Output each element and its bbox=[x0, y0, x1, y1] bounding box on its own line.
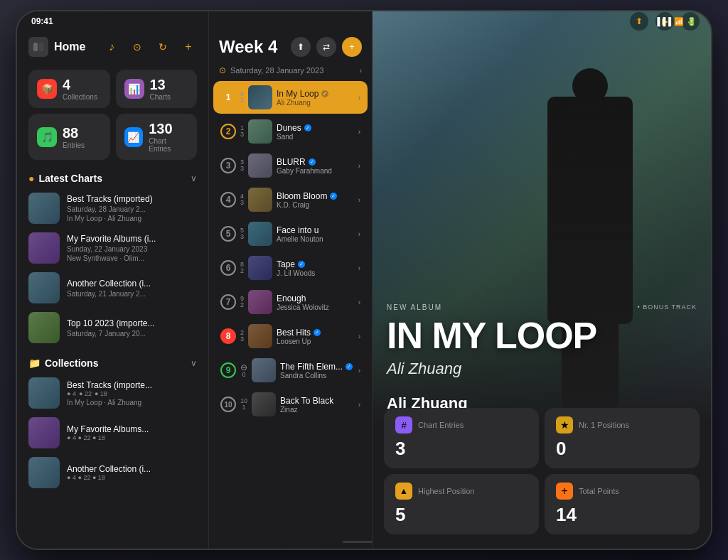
item-sub-text: New Synthwave · Olim... bbox=[67, 254, 144, 262]
collection-info: Another Collection (i... ● 4 ● 22 ● 18 bbox=[67, 464, 197, 481]
charts-count: 13 bbox=[150, 77, 171, 93]
collection-item[interactable]: Best Tracks (importe... ● 4 ● 22 ● 18 In… bbox=[17, 373, 208, 413]
refresh-button[interactable]: ↻ bbox=[154, 38, 171, 55]
chart-entry-3[interactable]: 3 33 BLURR ✓ Gaby Farahmand › bbox=[213, 149, 368, 182]
middle-panel: Week 4 ⬆ ⇄ + ⊙ Saturday, 28 January 2023… bbox=[209, 11, 373, 549]
collections-stat[interactable]: 📦 4 Collections bbox=[28, 70, 110, 108]
left-panel: Home ♪ ⊙ ↻ + 📦 4 Collections bbox=[17, 11, 209, 549]
chart-entries-icon: 📈 bbox=[124, 127, 144, 147]
item-info: Best Tracks (imported) Saturday, 28 Janu… bbox=[67, 194, 197, 222]
list-item[interactable]: My Favorite Albums (i... Sunday, 22 Janu… bbox=[17, 228, 208, 268]
item-sub: In My Loop · Ali Zhuang bbox=[67, 215, 197, 222]
total-points-card[interactable]: + Total Points 14 bbox=[545, 474, 700, 534]
chart-entry-artist-3: Gaby Farahmand bbox=[277, 167, 354, 175]
add-chart-button[interactable]: + bbox=[342, 37, 362, 57]
item-thumb bbox=[28, 272, 60, 303]
chart-entry-title-9: The Fifth Elem... ✓ bbox=[280, 362, 354, 372]
status-bar: 09:41 ▐▐▐ 📶 🔋 bbox=[17, 11, 711, 31]
ipad-frame: 09:41 ▐▐▐ 📶 🔋 Home ♪ ⊙ bbox=[16, 10, 712, 550]
list-item[interactable]: Best Tracks (imported) Saturday, 28 Janu… bbox=[17, 188, 208, 228]
chart-entry-4[interactable]: 4 43 Bloom Bloom ✓ K.D. Craig › bbox=[213, 183, 368, 216]
chart-entry-7[interactable]: 7 92 Enough Jessica Wolovitz › bbox=[213, 286, 368, 318]
nr1-positions-card[interactable]: ★ Nr. 1 Positions 0 bbox=[545, 408, 700, 468]
entries-icon: 🎵 bbox=[37, 127, 57, 147]
verified-icon-3: ✓ bbox=[309, 158, 316, 166]
collections-chevron[interactable]: ∨ bbox=[191, 358, 197, 368]
chart-entry-info-8: Best Hits ✓ Loosen Up bbox=[277, 328, 354, 345]
collection-thumb bbox=[28, 377, 60, 409]
latest-charts-chevron[interactable]: ∨ bbox=[191, 173, 197, 183]
svg-rect-1 bbox=[39, 43, 43, 51]
entries-info: 88 Entries bbox=[63, 125, 85, 149]
collection-title: My Favorite Albums... bbox=[67, 424, 197, 434]
list-item[interactable]: Top 10 2023 (importe... Saturday, 7 Janu… bbox=[17, 308, 208, 348]
latest-charts-header: ● Latest Charts ∨ bbox=[17, 167, 208, 188]
prev-rank-7: 92 bbox=[240, 296, 244, 308]
rank-badge-2: 2 bbox=[220, 124, 236, 139]
chart-thumb-3 bbox=[248, 154, 272, 178]
nr1-stat-label: Nr. 1 Positions bbox=[579, 421, 629, 429]
rank-badge-9: 9 bbox=[220, 362, 236, 378]
charts-stat[interactable]: 📊 13 Charts bbox=[116, 70, 198, 108]
verified-icon-8: ✓ bbox=[314, 329, 321, 336]
collection-info: Best Tracks (importe... ● 4 ● 22 ● 18 In… bbox=[67, 380, 197, 406]
share-chart-button[interactable]: ⬆ bbox=[291, 37, 311, 57]
chart-entry-1[interactable]: 1 63 In My Loop ✓ Ali Zhuang › bbox=[213, 81, 368, 114]
chart-entry-title-3: BLURR ✓ bbox=[277, 157, 354, 167]
rank-badge-5: 5 bbox=[220, 226, 236, 242]
charts-icon: 📊 bbox=[124, 79, 144, 99]
chart-entry-title-10: Back To Black bbox=[280, 396, 354, 406]
collections-info: 4 Collections bbox=[63, 77, 97, 101]
item-sub-text: In My Loop · Ali Zhuang bbox=[67, 215, 141, 222]
item-date: Sunday, 22 January 2023 bbox=[67, 245, 147, 253]
item-info: Top 10 2023 (importe... Saturday, 7 Janu… bbox=[67, 318, 197, 338]
collection-item[interactable]: Another Collection (i... ● 4 ● 22 ● 18 bbox=[17, 453, 208, 492]
chart-entry-6[interactable]: 6 82 Tape ✓ J. Lil Woods › bbox=[213, 252, 368, 284]
collection-meta: ● 4 ● 22 ● 18 bbox=[67, 434, 197, 441]
chart-thumb-9 bbox=[252, 358, 276, 382]
chart-entry-info-6: Tape ✓ J. Lil Woods bbox=[277, 259, 354, 277]
add-button[interactable]: + bbox=[180, 38, 197, 55]
chart-entry-2[interactable]: 2 13 Dunes ✓ Sand › bbox=[213, 115, 368, 148]
chart-entry-artist-7: Jessica Wolovitz bbox=[277, 303, 354, 311]
chart-entry-8[interactable]: 8 23 Best Hits ✓ Loosen Up › bbox=[213, 320, 368, 352]
chart-entry-title-4: Bloom Bloom ✓ bbox=[277, 191, 354, 201]
app-header: Home ♪ ⊙ ↻ + bbox=[17, 31, 208, 63]
svg-rect-0 bbox=[33, 43, 38, 51]
prev-rank-8: 23 bbox=[240, 330, 244, 343]
chart-entry-info-10: Back To Black Zinaz bbox=[280, 396, 354, 414]
collection-item[interactable]: My Favorite Albums... ● 4 ● 22 ● 18 bbox=[17, 413, 208, 453]
list-item[interactable]: Another Collection (i... Saturday, 21 Ja… bbox=[17, 268, 208, 308]
charts-info: 13 Charts bbox=[150, 77, 171, 101]
highest-position-card[interactable]: ▲ Highest Position 5 bbox=[384, 474, 539, 534]
rank-badge-7: 7 bbox=[220, 294, 236, 310]
chart-entry-5[interactable]: 5 53 Face into u Amelie Nouton › bbox=[213, 217, 368, 250]
chart-thumb-7 bbox=[248, 290, 272, 314]
chart-entry-9[interactable]: 9 ⊖0 The Fifth Elem... ✓ Sandra Collins … bbox=[213, 354, 368, 387]
verified-icon-2: ✓ bbox=[304, 124, 311, 131]
collections-title: 📁 Collections bbox=[28, 357, 98, 369]
shazam-button[interactable]: ♪ bbox=[103, 38, 120, 55]
chart-entry-chevron-2: › bbox=[358, 128, 360, 136]
chart-entry-10[interactable]: 10 101 Back To Black Zinaz › bbox=[213, 388, 368, 421]
prev-rank-4: 43 bbox=[240, 193, 244, 206]
swap-chart-button[interactable]: ⇄ bbox=[316, 37, 336, 57]
sidebar-toggle-icon[interactable] bbox=[28, 37, 48, 57]
highest-stat-label: Highest Position bbox=[418, 487, 475, 495]
item-title: Top 10 2023 (importe... bbox=[67, 318, 197, 328]
total-points-stat-value: 14 bbox=[556, 504, 688, 526]
collections-header: 📁 Collections ∨ bbox=[17, 352, 208, 373]
chart-entries-stat[interactable]: 📈 130 Chart Entries bbox=[116, 114, 198, 160]
chart-header: Week 4 ⬆ ⇄ + bbox=[209, 31, 372, 63]
chart-entries-card[interactable]: # Chart Entries 3 bbox=[384, 408, 539, 468]
chart-nav-icons: ⬆ ⇄ + bbox=[291, 37, 362, 57]
music-button[interactable]: ⊙ bbox=[129, 38, 146, 55]
latest-charts-title: ● Latest Charts bbox=[28, 173, 102, 184]
chart-entry-artist-1: Ali Zhuang bbox=[277, 99, 354, 107]
item-meta: Sunday, 22 January 2023 bbox=[67, 245, 197, 253]
entries-stat[interactable]: 🎵 88 Entries bbox=[28, 114, 110, 160]
app-title: Home bbox=[54, 41, 97, 53]
stats-grid: 📦 4 Collections 📊 13 Charts 🎵 bbox=[17, 63, 208, 167]
collection-meta: ● 4 ● 22 ● 18 bbox=[67, 390, 197, 397]
item-thumb bbox=[28, 232, 60, 264]
